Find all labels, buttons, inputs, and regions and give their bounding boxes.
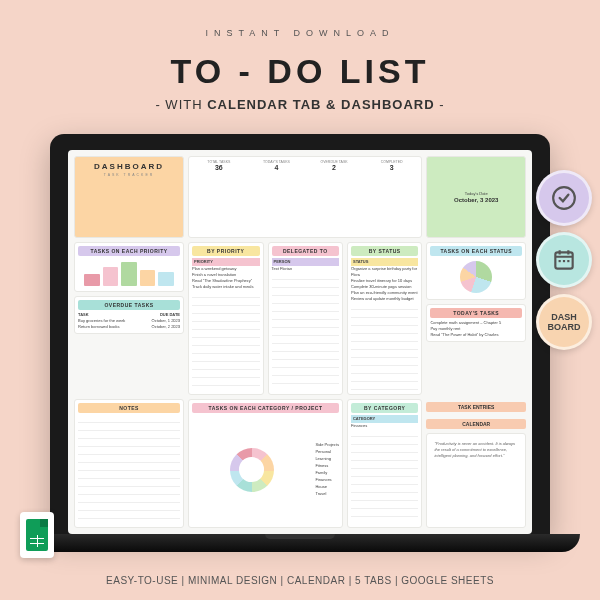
by-category-panel: BY CATEGORY CATEGORY Finances (347, 399, 422, 528)
calendar-button[interactable]: CALENDAR (426, 419, 526, 429)
dashboard-subtitle: TASK TRACKER (78, 173, 180, 177)
right-col-row3: TASK ENTRIES CALENDAR "Productivity is n… (426, 399, 526, 528)
left-col-row2: TASKS ON EACH PRIORITY OVERDUE TASKS TAS… (74, 242, 184, 396)
laptop-base (20, 534, 580, 552)
footer-features: EASY-TO-USE | MINIMAL DESIGN | CALENDAR … (0, 575, 600, 586)
category-chart-panel: TASKS ON EACH CATEGORY / PROJECT Side Pr… (188, 399, 343, 528)
task-entries-button[interactable]: TASK ENTRIES (426, 402, 526, 412)
pie-chart-status (460, 261, 492, 293)
dashboard-badge: DASH BOARD (536, 294, 592, 350)
stat-completed: COMPLETED3 (365, 160, 419, 234)
calendar-badge (536, 232, 592, 288)
todays-tasks-panel: TODAY'S TASKS Complete math assignment –… (426, 304, 526, 342)
legend: Side Projects Personal Learning Fitness … (315, 442, 339, 497)
svg-rect-3 (563, 260, 565, 262)
delegated-panel: DELEGATED TO PERSON Text Florian (268, 242, 343, 396)
laptop-mockup: DASHBOARD TASK TRACKER TOTAL TASKS36 TOD… (20, 134, 580, 552)
dashboard-screen: DASHBOARD TASK TRACKER TOTAL TASKS36 TOD… (68, 150, 532, 534)
donut-chart-category (230, 448, 274, 492)
bar (103, 267, 119, 285)
checkmark-badge (536, 170, 592, 226)
product-card: INSTANT DOWNLOAD TO - DO LIST - WITH CAL… (0, 0, 600, 600)
dashboard-header-panel: DASHBOARD TASK TRACKER (74, 156, 184, 238)
feature-badges: DASH BOARD (536, 170, 592, 350)
svg-point-0 (553, 187, 575, 209)
check-circle-icon (551, 185, 577, 211)
priority-chart-title: TASKS ON EACH PRIORITY (78, 246, 180, 256)
by-status-panel: BY STATUS STATUS Organize a surprise bir… (347, 242, 422, 396)
priority-chart-panel: TASKS ON EACH PRIORITY (74, 242, 184, 292)
today-date-value: October, 3 2023 (430, 197, 522, 203)
notes-panel: NOTES (74, 399, 184, 528)
product-subtitle: - WITH CALENDAR TAB & DASHBOARD - (155, 97, 444, 112)
stat-today: TODAY'S TASKS4 (250, 160, 304, 234)
bar-chart (78, 258, 180, 288)
bar (121, 262, 137, 285)
by-priority-panel: BY PRIORITY PRIORITY Plan a weekend geta… (188, 242, 263, 396)
right-col-row2: TASKS ON EACH STATUS TODAY'S TASKS Compl… (426, 242, 526, 396)
status-chart-panel: TASKS ON EACH STATUS (426, 242, 526, 300)
today-date-panel: Today's Date October, 3 2023 (426, 156, 526, 238)
quote-panel: "Productivity is never an accident. It i… (426, 433, 526, 528)
product-title: TO - DO LIST (171, 52, 430, 91)
laptop-bezel: DASHBOARD TASK TRACKER TOTAL TASKS36 TOD… (50, 134, 550, 534)
calendar-icon (551, 247, 577, 273)
stats-row: TOTAL TASKS36 TODAY'S TASKS4 OVERDUE TAS… (188, 156, 422, 238)
bar (140, 270, 156, 286)
stat-overdue: OVERDUE TASK2 (307, 160, 361, 234)
bar (84, 274, 100, 286)
google-sheets-icon (20, 512, 54, 558)
svg-rect-4 (567, 260, 569, 262)
bar (158, 272, 174, 286)
dashboard-title: DASHBOARD (78, 160, 180, 173)
overdue-panel: OVERDUE TASKS TASKDUE DATE Buy groceries… (74, 296, 184, 334)
svg-rect-2 (559, 260, 561, 262)
eyebrow-text: INSTANT DOWNLOAD (205, 28, 394, 38)
stat-total: TOTAL TASKS36 (192, 160, 246, 234)
